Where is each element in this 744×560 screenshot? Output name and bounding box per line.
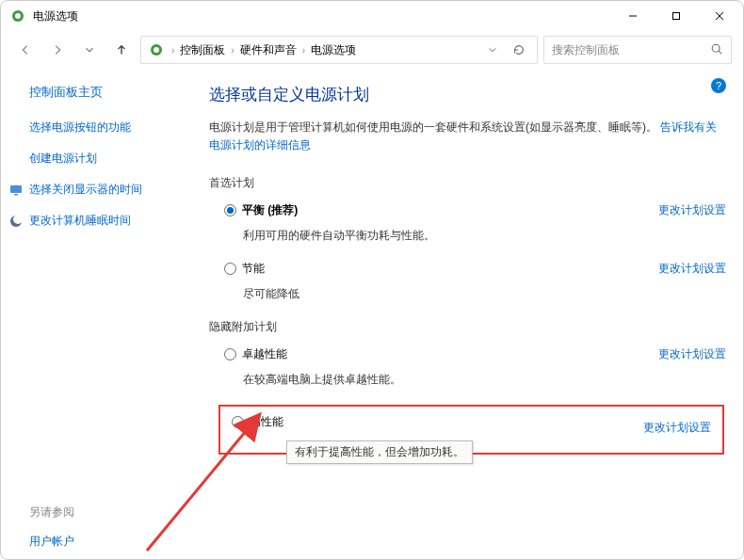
page-title: 选择或自定义电源计划 [209,84,726,105]
up-button[interactable] [108,37,135,63]
search-icon[interactable] [710,42,723,58]
titlebar: 电源选项 [1,1,743,31]
breadcrumb: › 控制面板 › 硬件和声音 › 电源选项 [170,42,477,58]
address-dropdown-icon[interactable] [482,45,503,55]
plan-desc: 尽可能降低 [243,286,726,302]
sidebar-link-power-button[interactable]: 选择电源按钮的功能 [29,120,194,136]
change-plan-settings-link[interactable]: 更改计划设置 [658,261,726,277]
search-placeholder: 搜索控制面板 [552,42,620,58]
breadcrumb-item[interactable]: 控制面板 [178,42,227,58]
address-bar[interactable]: › 控制面板 › 硬件和声音 › 电源选项 [140,36,538,64]
change-plan-settings-link[interactable]: 更改计划设置 [658,346,726,362]
power-options-icon [149,42,164,57]
plan-name[interactable]: 卓越性能 [242,346,287,362]
change-plan-settings-link[interactable]: 更改计划设置 [643,420,711,436]
plan-ultimate: 卓越性能 更改计划设置 [224,346,726,366]
intro-text: 电源计划是用于管理计算机如何使用电源的一套硬件和系统设置(如显示器亮度、睡眠等)… [209,119,726,154]
moon-icon [8,214,24,229]
sidebar-item-label: 更改计算机睡眠时间 [29,213,131,229]
svg-rect-10 [10,185,22,193]
power-options-icon [10,8,25,24]
breadcrumb-item[interactable]: 硬件和声音 [238,42,299,58]
intro-body: 电源计划是用于管理计算机如何使用电源的一套硬件和系统设置(如显示器亮度、睡眠等)… [209,120,657,134]
plan-desc: 在较高端电脑上提供卓越性能。 [243,372,726,388]
hidden-plans-label: 隐藏附加计划 [209,319,726,335]
help-icon[interactable]: ? [711,78,726,93]
chevron-right-icon[interactable]: › [229,45,235,56]
monitor-icon [8,183,24,198]
forward-button[interactable] [44,37,71,63]
sidebar-link-create-plan[interactable]: 创建电源计划 [29,151,194,167]
plan-name[interactable]: 高性能 [250,414,283,430]
sidebar: 控制面板主页 选择电源按钮的功能 创建电源计划 选择关闭显示器的时间 更改计算机… [1,69,194,559]
sidebar-item-label: 选择关闭显示器的时间 [29,182,142,198]
chevron-right-icon[interactable]: › [170,45,176,56]
navbar: › 控制面板 › 硬件和声音 › 电源选项 搜索控制面板 [1,31,743,69]
plan-saver: 节能 更改计划设置 [224,261,726,280]
tooltip: 有利于提高性能，但会增加功耗。 [286,440,473,464]
close-button[interactable] [698,1,741,31]
sidebar-link-display-off[interactable]: 选择关闭显示器的时间 [29,182,194,198]
change-plan-settings-link[interactable]: 更改计划设置 [658,202,726,218]
main-content: ? 选择或自定义电源计划 电源计划是用于管理计算机如何使用电源的一套硬件和系统设… [194,69,743,559]
svg-point-13 [13,215,23,224]
back-button[interactable] [12,37,39,63]
plan-high-performance: 高性能 更改计划设置 [232,414,717,434]
svg-rect-3 [673,13,680,20]
radio-balanced[interactable] [224,204,236,216]
sidebar-link-sleep-time[interactable]: 更改计算机睡眠时间 [29,213,194,229]
breadcrumb-item[interactable]: 电源选项 [309,42,358,58]
svg-point-8 [712,44,720,52]
search-input[interactable]: 搜索控制面板 [543,36,732,64]
radio-high-performance[interactable] [232,416,244,428]
plan-balanced: 平衡 (推荐) 更改计划设置 [224,202,726,222]
recent-dropdown[interactable] [76,37,103,63]
plan-name[interactable]: 节能 [242,261,265,277]
refresh-icon[interactable] [509,43,529,56]
svg-point-7 [154,47,159,53]
svg-line-9 [719,51,721,54]
chevron-right-icon[interactable]: › [300,45,307,56]
svg-rect-11 [14,194,18,196]
highlighted-plan-box: 高性能 更改计划设置 有利于提高性能，但会增加功耗。 [218,405,724,455]
preferred-plans-label: 首选计划 [209,175,726,191]
control-panel-home-link[interactable]: 控制面板主页 [29,84,194,101]
radio-ultimate[interactable] [224,348,236,360]
plan-name[interactable]: 平衡 (推荐) [242,202,298,218]
minimize-button[interactable] [611,1,655,31]
radio-saver[interactable] [224,263,236,275]
plan-desc: 利用可用的硬件自动平衡功耗与性能。 [243,228,726,244]
svg-point-1 [15,13,21,19]
window-title: 电源选项 [33,8,611,24]
see-also-label: 另请参阅 [29,504,194,520]
maximize-button[interactable] [655,1,698,31]
sidebar-link-user-accounts[interactable]: 用户帐户 [29,534,194,550]
